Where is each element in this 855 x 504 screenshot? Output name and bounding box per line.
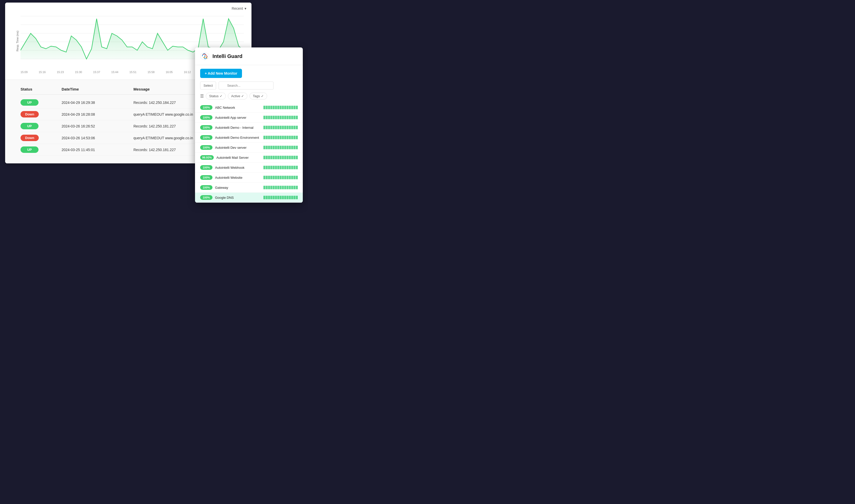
list-item[interactable]: 100%Autointelli App server bbox=[195, 113, 303, 123]
uptime-badge: 100% bbox=[200, 125, 212, 130]
status-cell: Down bbox=[20, 134, 61, 141]
uptime-badge: 100% bbox=[200, 135, 212, 140]
y-axis-label: Resp. Time (ms) bbox=[16, 31, 19, 52]
col-status: Status bbox=[20, 87, 61, 91]
dropdown-icon: ▾ bbox=[245, 6, 246, 11]
monitor-name: Autointelli Website bbox=[215, 176, 261, 180]
list-item[interactable]: 99.93%Autointelli Mail Server bbox=[195, 152, 303, 163]
list-item[interactable]: 100%Gateway bbox=[195, 183, 303, 193]
list-item[interactable]: 100%ABC Network bbox=[195, 103, 303, 113]
tags-filter-button[interactable]: Tags ✓ bbox=[249, 93, 267, 100]
monitor-bars bbox=[264, 126, 298, 129]
monitor-bars bbox=[264, 136, 298, 139]
list-item[interactable]: 100%Autointelli Demo Environment bbox=[195, 132, 303, 143]
list-item[interactable]: 100%Autointelli Webhook bbox=[195, 163, 303, 173]
status-cell: UP bbox=[20, 123, 61, 129]
monitor-bars bbox=[264, 106, 298, 109]
monitor-name: Autointelli Webhook bbox=[215, 166, 261, 169]
monitor-name: Autointelli Demo Environment bbox=[215, 136, 261, 140]
status-badge-up: UP bbox=[20, 146, 38, 153]
list-item[interactable]: 100%Autointelli Dev server bbox=[195, 143, 303, 152]
list-item[interactable]: 100%Google DNS bbox=[195, 193, 303, 203]
uptime-badge: 99.93% bbox=[200, 155, 214, 160]
ig-panel: Intelli Guard + Add New Monitor Select 🔍… bbox=[195, 48, 303, 203]
datetime-cell: 2024-04-29 16:29:38 bbox=[61, 101, 133, 105]
monitor-name: ABC Network bbox=[215, 106, 261, 109]
datetime-cell: 2024-04-29 16:28:08 bbox=[61, 112, 133, 116]
menu-icon[interactable]: ☰ bbox=[200, 94, 204, 98]
monitor-name: Autointelli Dev server bbox=[215, 146, 261, 149]
monitor-bars bbox=[264, 156, 298, 159]
uptime-badge: 100% bbox=[200, 145, 212, 150]
uptime-badge: 100% bbox=[200, 185, 212, 190]
col-datetime: DateTime bbox=[61, 87, 133, 91]
monitor-bars bbox=[264, 166, 298, 169]
list-item[interactable]: 100%Autointelli Website bbox=[195, 173, 303, 183]
monitor-name: Gateway bbox=[215, 186, 261, 190]
search-input[interactable] bbox=[219, 82, 273, 90]
uptime-badge: 100% bbox=[200, 115, 212, 120]
status-badge-down: Down bbox=[20, 111, 39, 118]
monitor-list: 100%ABC Network100%Autointelli App serve… bbox=[195, 103, 303, 203]
ig-logo-icon bbox=[200, 52, 209, 61]
status-cell: UP bbox=[20, 99, 61, 106]
status-filter-chevron: ✓ bbox=[220, 94, 222, 98]
datetime-cell: 2024-03-26 16:26:52 bbox=[61, 124, 133, 128]
active-filter-label: Active bbox=[231, 94, 240, 98]
ig-title: Intelli Guard bbox=[212, 53, 243, 59]
ig-panel-header: Intelli Guard bbox=[195, 48, 303, 65]
status-badge-up: UP bbox=[20, 123, 38, 129]
list-item[interactable]: 100%Autointelli Demo - Internal bbox=[195, 123, 303, 132]
add-monitor-button[interactable]: + Add New Monitor bbox=[200, 69, 242, 78]
status-badge-up: UP bbox=[20, 99, 38, 106]
monitor-bars bbox=[264, 116, 298, 119]
active-filter-button[interactable]: Active ✓ bbox=[228, 93, 247, 100]
tags-filter-chevron: ✓ bbox=[261, 94, 264, 98]
tags-filter-label: Tags bbox=[253, 94, 260, 98]
uptime-badge: 100% bbox=[200, 195, 212, 200]
active-filter-chevron: ✓ bbox=[241, 94, 244, 98]
status-filter-button[interactable]: Status ✓ bbox=[206, 93, 226, 100]
ig-search-row: Select 🔍 bbox=[195, 82, 303, 93]
monitor-name: Autointelli App server bbox=[215, 116, 261, 120]
monitor-bars bbox=[264, 186, 298, 189]
status-badge-down: Down bbox=[20, 134, 39, 141]
datetime-cell: 2024-03-25 11:45:01 bbox=[61, 148, 133, 152]
status-filter-label: Status bbox=[209, 94, 219, 98]
datetime-cell: 2024-03-26 14:53:06 bbox=[61, 136, 133, 140]
status-cell: UP bbox=[20, 146, 61, 153]
uptime-badge: 100% bbox=[200, 105, 212, 110]
monitor-name: Google DNS bbox=[215, 196, 261, 200]
uptime-badge: 100% bbox=[200, 165, 212, 170]
ig-filter-row: ☰ Status ✓ Active ✓ Tags ✓ bbox=[195, 93, 303, 103]
monitor-bars bbox=[264, 146, 298, 149]
search-wrap: 🔍 bbox=[219, 82, 298, 90]
monitor-name: Autointelli Mail Server bbox=[216, 156, 261, 160]
monitor-bars bbox=[264, 176, 298, 179]
uptime-badge: 100% bbox=[200, 175, 212, 180]
monitor-name: Autointelli Demo - Internal bbox=[215, 126, 261, 129]
status-cell: Down bbox=[20, 111, 61, 118]
monitor-bars bbox=[264, 196, 298, 199]
select-dropdown[interactable]: Select bbox=[200, 82, 216, 90]
